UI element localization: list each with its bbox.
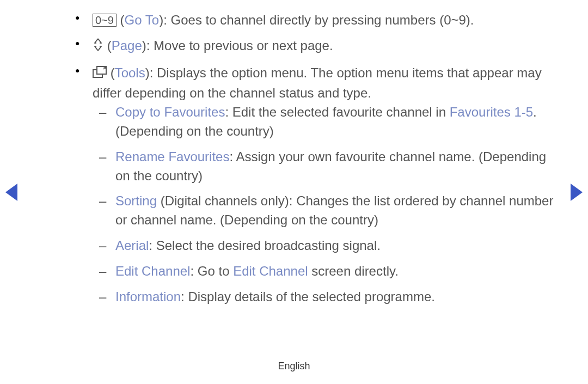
text: (	[111, 65, 115, 80]
sub-item-aerial: Aerial: Select the desired broadcasting …	[115, 236, 555, 255]
sub-item-editchannel: Edit Channel: Go to Edit Channel screen …	[115, 262, 555, 281]
list-item-tools: (Tools): Displays the option menu. The o…	[93, 64, 555, 307]
text: : Go to	[190, 264, 233, 278]
text: )	[145, 65, 150, 80]
boxed-0-9: 0~9	[93, 14, 117, 27]
text: (	[107, 38, 112, 53]
sub-item-copy: Copy to Favourites: Edit the selected fa…	[115, 103, 555, 141]
label-tools: Tools	[115, 65, 145, 80]
sub-item-information: Information: Display details of the sele…	[115, 288, 555, 307]
sub-label: Information	[115, 289, 181, 304]
text: (Digital channels only): Changes the lis…	[115, 193, 553, 227]
desc: : Goes to channel directly by pressing n…	[163, 13, 474, 27]
text: : Display details of the selected progra…	[181, 289, 435, 304]
sub-label: Edit Channel	[115, 264, 190, 278]
text: )	[142, 38, 146, 53]
desc: : Move to previous or next page.	[146, 38, 333, 53]
label-page: Page	[112, 38, 142, 53]
sub-label: Aerial	[115, 238, 149, 253]
page-up-down-icon	[93, 38, 103, 57]
sub-label: Copy to Favourites	[115, 105, 225, 119]
sub-blue2: Edit Channel	[233, 264, 308, 278]
sub-item-sorting: Sorting (Digital channels only): Changes…	[115, 192, 555, 230]
text: : Select the desired broadcasting signal…	[149, 238, 381, 253]
sub-label: Rename Favourites	[115, 149, 229, 164]
text: screen directly.	[308, 264, 399, 278]
svg-marker-3	[571, 184, 583, 201]
label-goto: Go To	[125, 13, 160, 27]
svg-marker-2	[5, 184, 17, 201]
text: : Edit the selected favourite channel in	[225, 105, 449, 119]
sub-label: Sorting	[115, 193, 157, 208]
desc: : Displays the option menu. The option m…	[93, 65, 542, 101]
text: (	[120, 13, 125, 27]
list-item-goto: 0~9 (Go To): Goes to channel directly by…	[93, 11, 555, 30]
list-item-page: (Page): Move to previous or next page.	[93, 36, 555, 57]
sub-blue2: Favourites 1-5	[450, 105, 533, 119]
sub-item-rename: Rename Favourites: Assign your own favou…	[115, 148, 555, 186]
nav-prev-arrow[interactable]	[4, 182, 19, 205]
footer-language: English	[0, 361, 588, 372]
tools-icon	[93, 65, 107, 84]
nav-next-arrow[interactable]	[569, 182, 584, 205]
